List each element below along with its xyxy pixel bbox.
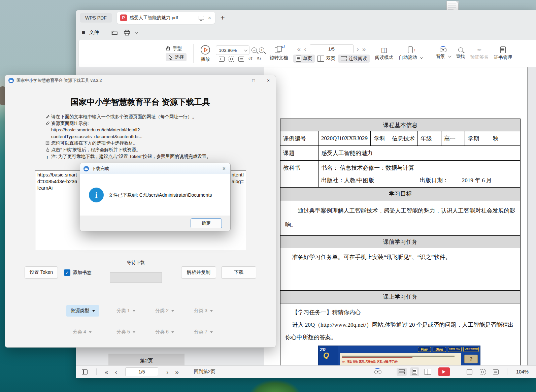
certificate-icon: [500, 46, 506, 53]
minimize-button[interactable]: –: [231, 75, 246, 86]
double-page-icon: [317, 56, 324, 62]
print-dropdown-icon[interactable]: [135, 30, 138, 34]
parse-copy-button[interactable]: 解析并复制: [181, 266, 216, 279]
table-cell: 年级: [418, 131, 441, 146]
back-to-page-button[interactable]: 回到第2页: [194, 369, 215, 375]
auto-play-button[interactable]: [438, 367, 450, 376]
wallpaper-grass: [250, 380, 300, 392]
continuous-read-button[interactable]: 连续阅读: [338, 55, 370, 63]
page-indicator-tooltip: 第2页: [108, 354, 185, 365]
filter-category-5: 分类 5: [112, 326, 139, 338]
exclamation-icon: !: [45, 153, 51, 161]
fit-visible-icon[interactable]: [229, 57, 234, 62]
read-mode-button[interactable]: ◫ 阅读模式: [375, 46, 393, 61]
next-page-icon[interactable]: ›: [357, 46, 359, 52]
last-page-icon[interactable]: »: [175, 369, 179, 375]
20q-website-screenshot: 20Q Play Blog Game FAQ Other Games Q1. 请…: [318, 346, 480, 365]
rotate-document-button[interactable]: ⇄ 旋转文档: [270, 46, 288, 61]
eye-icon: [440, 48, 447, 52]
20q-question-line: Q1. 请选 动物, 蔬菜, 天然物品, 其它, 或是 不了解?: [342, 360, 459, 363]
rotate-right-icon[interactable]: ↻: [257, 56, 261, 62]
fit-visible-icon[interactable]: [478, 368, 488, 376]
20q-faq-button: Game FAQ: [448, 347, 462, 352]
tab-close-icon[interactable]: ×: [208, 15, 211, 21]
20q-help-box: ?: [464, 355, 478, 363]
auto-scroll-button[interactable]: 自动滚动: [399, 46, 422, 61]
hamburger-menu-icon[interactable]: ≡: [82, 29, 85, 36]
close-button[interactable]: ×: [261, 75, 276, 86]
background-button[interactable]: 背景: [436, 48, 450, 60]
zoom-level-select[interactable]: 103.96%: [216, 45, 249, 55]
filter-category-3: 分类 3: [190, 305, 217, 317]
dialog-body: i 文件已下载到: C:\Users\Administrator\Documen…: [80, 174, 230, 216]
20q-play-button: Play: [418, 347, 431, 352]
objectives-text: 通过典型案例理解人工智能技术，感受人工智能的魅力，认识人工智能对社会发展的影响。: [280, 200, 521, 236]
downloader-title-bar[interactable]: 国家中小学智慧教育平台 资源下载工具 v3.3.2 – □ ×: [5, 75, 276, 86]
open-folder-icon[interactable]: [111, 30, 118, 35]
table-cell: 学期: [465, 131, 490, 146]
status-zoom-level[interactable]: 104%: [516, 369, 529, 374]
select-tool-button[interactable]: 选择: [166, 53, 187, 61]
filter-resource-type[interactable]: 资源类型: [66, 305, 99, 317]
wps-pdf-app-button[interactable]: WPS PDF: [80, 13, 112, 23]
download-button[interactable]: 下载: [221, 266, 256, 279]
last-page-icon[interactable]: »: [362, 46, 366, 52]
fit-width-icon[interactable]: [238, 57, 244, 62]
background-eye-icon[interactable]: [372, 368, 383, 375]
zoom-in-icon[interactable]: +: [259, 47, 264, 53]
link-icon: [45, 120, 51, 125]
monitor-icon[interactable]: [199, 16, 204, 20]
document-tab-title: 感受人工智能的魅力.pdf: [130, 15, 199, 21]
dialog-title: 下载完成: [92, 166, 109, 172]
fit-page-icon[interactable]: [219, 57, 225, 62]
certificate-manage-button[interactable]: 证书管理: [494, 46, 512, 61]
next-page-icon[interactable]: ›: [166, 369, 168, 375]
double-page-icon[interactable]: [423, 367, 433, 376]
add-bookmark-label: 添加书签: [73, 270, 92, 276]
table-cell: 秋: [490, 131, 521, 146]
maximize-button[interactable]: □: [246, 75, 261, 86]
find-button[interactable]: 查找: [456, 47, 465, 60]
rotate-left-icon[interactable]: ↺: [248, 56, 253, 62]
hand-icon: [166, 46, 171, 52]
first-page-icon[interactable]: «: [105, 369, 108, 375]
instruction-line: 您也可以直接在下方的选项卡中选择教材。: [45, 140, 254, 146]
desktop: WPS PDF P 感受人工智能的魅力.pdf × + ≡ 文件 阅读 增值服务: [0, 0, 536, 392]
filter-category-6: 分类 6: [151, 326, 178, 338]
reading-toolbar: 手型 选择 播放 103.96% − +: [78, 40, 536, 67]
section-header: 课上学习任务: [280, 291, 521, 303]
dialog-close-icon[interactable]: ×: [223, 166, 226, 172]
previous-page-icon[interactable]: ‹: [115, 369, 117, 375]
document-tab[interactable]: P 感受人工智能的魅力.pdf ×: [117, 12, 215, 24]
continuous-read-icon[interactable]: [397, 368, 407, 376]
fit-width-icon[interactable]: [491, 368, 501, 376]
tab-bar: WPS PDF P 感受人工智能的魅力.pdf × +: [76, 10, 536, 25]
document-icon: [45, 140, 51, 145]
double-page-button[interactable]: 双页: [317, 56, 335, 62]
print-icon[interactable]: [124, 30, 130, 36]
ok-button[interactable]: 确定: [191, 218, 222, 228]
instruction-line: 请在下面的文本框中输入一个或多个资源页面的网址（每个网址一行）。: [45, 113, 254, 120]
table-cell: 书名： 信息技术必修一：数据与计算 出版社：人教/中图版 出版日期： 2019 …: [319, 161, 521, 188]
filter-category-2: 分类 2: [151, 305, 178, 317]
single-page-icon[interactable]: [410, 367, 419, 376]
new-tab-button[interactable]: +: [221, 13, 225, 22]
single-page-button[interactable]: 单页: [293, 55, 315, 63]
verify-signature-button: ✒ 验证签名: [470, 47, 489, 60]
background-dropdown-icon: [448, 54, 451, 58]
instruction-line-url-example: https://basic.smartedu.cn/tchMaterial/de…: [45, 127, 254, 133]
download-progress-bar: [110, 272, 162, 283]
zoom-out-icon[interactable]: −: [252, 47, 257, 53]
file-menu[interactable]: 文件: [89, 29, 99, 36]
add-bookmark-checkbox[interactable]: ✓: [64, 269, 70, 276]
status-page-input[interactable]: 1/5: [125, 367, 158, 376]
first-page-icon[interactable]: «: [297, 46, 301, 52]
fit-page-icon[interactable]: [465, 368, 474, 376]
dialog-title-bar[interactable]: 下载完成 ×: [80, 163, 230, 174]
play-button[interactable]: 播放: [200, 45, 210, 62]
previous-page-icon[interactable]: ‹: [304, 46, 306, 52]
hand-tool-button[interactable]: 手型: [166, 46, 182, 52]
toolbar-page-input[interactable]: 1/5: [310, 44, 354, 53]
sidebar-toggle-icon[interactable]: [82, 369, 88, 374]
set-token-button[interactable]: 设置 Token: [25, 266, 58, 279]
